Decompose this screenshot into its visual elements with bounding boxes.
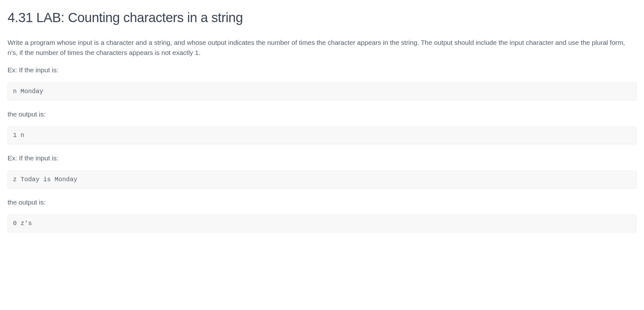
intro-paragraph: Write a program whose input is a charact… — [8, 38, 636, 57]
example1-output-label: the output is: — [8, 109, 636, 119]
example2-input-label: Ex: If the input is: — [8, 153, 636, 163]
page-title: 4.31 LAB: Counting characters in a strin… — [8, 8, 636, 27]
example1-output-code: 1 n — [8, 127, 636, 144]
example2-input-code: z Today is Monday — [8, 171, 636, 188]
example2-output-label: the output is: — [8, 197, 636, 207]
example1-input-label: Ex: If the input is: — [8, 65, 636, 75]
example2-output-code: 0 z's — [8, 215, 636, 232]
example1-input-code: n Monday — [8, 83, 636, 100]
